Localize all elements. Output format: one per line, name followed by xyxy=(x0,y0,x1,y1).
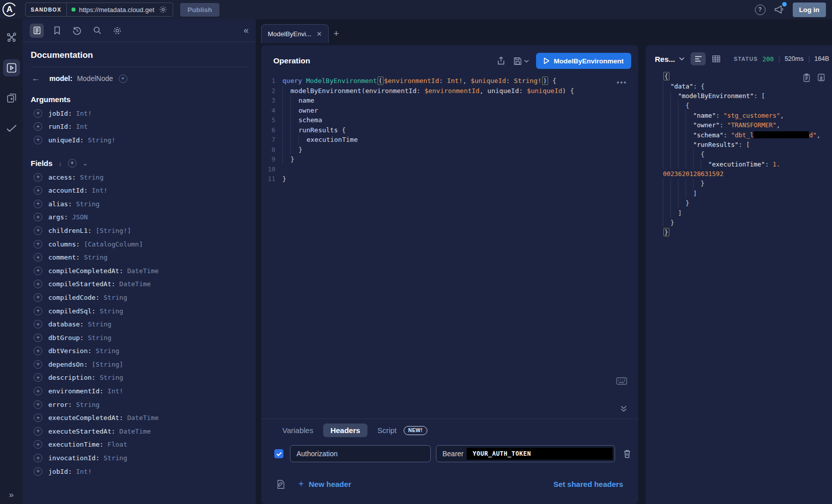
field-row[interactable]: +compiledSql:String xyxy=(31,304,248,318)
field-row[interactable]: +accountId:Int! xyxy=(31,184,248,197)
add-to-query-icon[interactable]: + xyxy=(119,74,127,83)
add-to-query-icon[interactable]: + xyxy=(34,200,42,208)
download-response-icon[interactable] xyxy=(817,73,825,82)
history-icon[interactable] xyxy=(70,24,84,38)
explorer-icon[interactable] xyxy=(3,59,20,76)
field-row[interactable]: +error:String xyxy=(31,398,248,411)
code-line[interactable]: 1query ModelByEnvironment($environmentId… xyxy=(261,76,638,86)
field-type[interactable]: String xyxy=(100,374,123,381)
announcements-megaphone-icon[interactable] xyxy=(773,4,786,16)
argument-row[interactable]: +uniqueId:String! xyxy=(31,133,248,147)
share-operation-icon[interactable] xyxy=(496,55,506,66)
field-row[interactable]: +childrenL1:[String!] xyxy=(31,224,248,237)
field-type[interactable]: JSON xyxy=(72,213,88,221)
docs-settings-gear-icon[interactable] xyxy=(110,24,124,38)
field-row[interactable]: +executeCompletedAt:DateTime xyxy=(31,411,248,425)
add-to-query-icon[interactable]: + xyxy=(34,333,42,342)
endpoint-url-box[interactable]: https://metadata.cloud.get xyxy=(67,5,173,15)
field-row[interactable]: +invocationId:String xyxy=(31,451,248,465)
auth-token-value[interactable]: YOUR_AUTH_TOKEN xyxy=(467,448,613,460)
field-row[interactable]: +alias:String xyxy=(31,197,248,211)
login-button[interactable]: Log in xyxy=(793,3,826,17)
header-enabled-checkbox[interactable] xyxy=(274,449,283,458)
add-to-query-icon[interactable]: + xyxy=(34,240,42,248)
checklist-icon[interactable] xyxy=(3,120,20,137)
add-to-query-icon[interactable]: + xyxy=(34,109,42,118)
add-to-query-icon[interactable]: + xyxy=(34,253,42,262)
field-type[interactable]: String xyxy=(88,320,111,328)
add-to-query-icon[interactable]: + xyxy=(34,454,42,462)
field-type[interactable]: DateTime xyxy=(119,428,151,435)
code-line[interactable]: 4owner xyxy=(261,106,638,116)
field-type[interactable]: DateTime xyxy=(127,267,159,275)
field-row[interactable]: +environmentId:Int! xyxy=(31,384,248,398)
save-operation-group[interactable] xyxy=(513,57,529,65)
add-to-query-icon[interactable]: + xyxy=(34,413,42,422)
code-line[interactable]: 5schema xyxy=(261,115,638,125)
add-all-fields-icon[interactable]: + xyxy=(68,159,77,167)
add-to-query-icon[interactable]: + xyxy=(34,373,42,382)
field-type[interactable]: String xyxy=(76,200,100,208)
code-line[interactable]: 2modelByEnvironment(environmentId: $envi… xyxy=(261,86,638,96)
field-type[interactable]: String! xyxy=(88,136,115,144)
add-to-query-icon[interactable]: + xyxy=(34,226,42,235)
add-to-query-icon[interactable]: + xyxy=(34,173,42,182)
field-type[interactable]: Int! xyxy=(76,110,92,117)
code-line[interactable]: 9} xyxy=(261,154,638,164)
add-to-query-icon[interactable]: + xyxy=(34,427,42,436)
save-chevron-down-icon[interactable] xyxy=(524,59,529,63)
field-type[interactable]: DateTime xyxy=(119,280,151,288)
add-to-query-icon[interactable]: + xyxy=(34,122,42,131)
field-type[interactable]: String xyxy=(100,307,123,315)
code-line[interactable]: 11} xyxy=(261,174,638,184)
sandbox-docs-icon[interactable] xyxy=(3,90,20,107)
field-type[interactable]: [CatalogColumn] xyxy=(84,240,143,248)
field-row[interactable]: +compileStartedAt:DateTime xyxy=(31,278,248,291)
add-to-query-icon[interactable]: + xyxy=(34,320,42,328)
copy-response-icon[interactable] xyxy=(803,73,810,82)
expand-rail-icon[interactable]: » xyxy=(0,490,23,500)
docs-type-name[interactable]: ModelNode xyxy=(77,74,113,82)
add-to-query-icon[interactable]: + xyxy=(34,347,42,355)
delete-header-icon[interactable] xyxy=(623,449,631,458)
add-to-query-icon[interactable]: + xyxy=(34,267,42,275)
field-row[interactable]: +args:JSON xyxy=(31,211,248,224)
field-type[interactable]: [String] xyxy=(92,361,123,368)
add-to-query-icon[interactable]: + xyxy=(34,467,42,476)
formatted-view-icon[interactable] xyxy=(691,52,706,65)
field-type[interactable]: String xyxy=(76,401,100,408)
field-type[interactable]: Float xyxy=(108,441,127,448)
add-to-query-icon[interactable]: + xyxy=(34,400,42,409)
bookmark-icon[interactable] xyxy=(50,24,64,38)
field-type[interactable]: Int! xyxy=(76,468,92,475)
graphql-editor[interactable]: 1query ModelByEnvironment($environmentId… xyxy=(261,76,638,184)
code-line[interactable]: 8} xyxy=(261,145,638,155)
endpoint-settings-gear-icon[interactable] xyxy=(158,5,168,15)
argument-row[interactable]: +jobId:Int! xyxy=(31,107,248,120)
table-view-icon[interactable] xyxy=(709,52,724,65)
endpoint-url[interactable]: https://metadata.cloud.get xyxy=(79,6,155,14)
add-to-query-icon[interactable]: + xyxy=(34,280,42,288)
response-chevron-down-icon[interactable] xyxy=(679,57,685,61)
field-row[interactable]: +dependsOn:[String] xyxy=(31,358,248,371)
header-name-input[interactable] xyxy=(290,445,431,462)
field-row[interactable]: +access:String xyxy=(31,171,248,184)
add-to-query-icon[interactable]: + xyxy=(34,136,42,144)
field-row[interactable]: +executeStartedAt:DateTime xyxy=(31,425,248,438)
code-line[interactable]: 3name xyxy=(261,96,638,106)
field-row[interactable]: +compileCompletedAt:DateTime xyxy=(31,264,248,278)
code-line[interactable]: 10 xyxy=(261,164,638,175)
back-arrow-icon[interactable]: ← xyxy=(32,74,40,83)
field-type[interactable]: [String!] xyxy=(96,227,131,234)
new-tab-icon[interactable]: + xyxy=(334,28,339,39)
editor-more-options-icon[interactable]: ••• xyxy=(617,78,627,87)
field-type[interactable]: Int! xyxy=(108,387,123,395)
add-to-query-icon[interactable]: + xyxy=(34,186,42,195)
search-icon[interactable] xyxy=(90,24,104,38)
collapse-docs-icon[interactable]: « xyxy=(244,25,249,36)
field-type[interactable]: Int xyxy=(76,123,88,130)
field-type[interactable]: DateTime xyxy=(127,414,159,422)
add-to-query-icon[interactable]: + xyxy=(34,293,42,302)
field-row[interactable]: +comment:String xyxy=(31,250,248,264)
tab-variables[interactable]: Variables xyxy=(282,426,313,435)
